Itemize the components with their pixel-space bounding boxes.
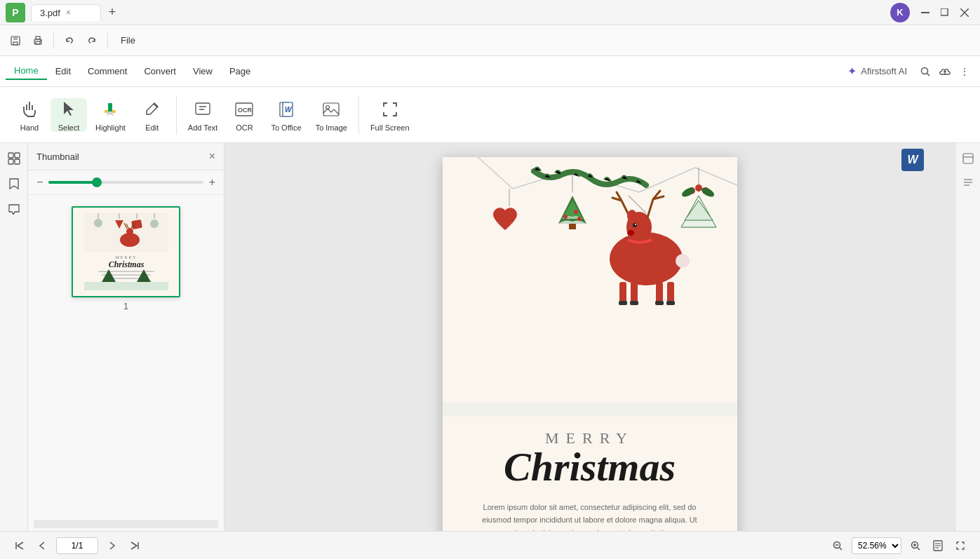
- search-button[interactable]: [915, 62, 935, 81]
- ribbon-toolbar: Hand Select Highlight Edit Add Text OCR …: [0, 87, 980, 143]
- svg-rect-18: [196, 103, 210, 114]
- menu-comment[interactable]: Comment: [79, 63, 135, 79]
- menu-page[interactable]: Page: [221, 63, 259, 79]
- file-menu-button[interactable]: File: [114, 32, 142, 48]
- menu-view[interactable]: View: [184, 63, 221, 79]
- thumbnail-zoom-control: − +: [28, 170, 224, 195]
- thumbnail-zoom-out[interactable]: −: [36, 176, 43, 189]
- edit-icon: [141, 98, 163, 121]
- svg-text:Christmas: Christmas: [108, 260, 144, 269]
- pdf-top-image: [443, 157, 737, 417]
- thumbnail-scrollbar[interactable]: [34, 520, 218, 528]
- add-text-tool[interactable]: Add Text: [182, 98, 224, 132]
- toolbar-separator-2: [107, 32, 108, 49]
- ai-button[interactable]: ✦ Afirstsoft AI: [839, 62, 915, 81]
- svg-point-62: [563, 215, 568, 219]
- thumbnail-zoom-slider[interactable]: [48, 181, 203, 184]
- new-tab-button[interactable]: +: [104, 4, 121, 21]
- svg-rect-89: [443, 403, 737, 417]
- toolbar-separator: [53, 32, 54, 49]
- svg-rect-0: [921, 12, 929, 13]
- svg-rect-73: [631, 282, 638, 303]
- right-sidebar: [955, 143, 980, 531]
- save-button[interactable]: [6, 31, 25, 50]
- pdf-page-content: MERRY Christmas Lorem ipsum dolor sit am…: [443, 157, 737, 531]
- ocr-tool[interactable]: OCR OCR: [226, 98, 262, 132]
- close-window-button[interactable]: [955, 3, 974, 22]
- comment-panel-toggle[interactable]: [4, 199, 24, 219]
- document-tab[interactable]: 3.pdf ×: [31, 4, 101, 21]
- page-number-1: 1: [123, 302, 128, 311]
- svg-rect-77: [630, 301, 638, 305]
- main-content: Thumbnail × − +: [0, 143, 980, 531]
- page-thumbnail-1[interactable]: MERRY Christmas 1: [72, 206, 180, 311]
- ribbon-separator-2: [358, 95, 359, 135]
- menu-convert[interactable]: Convert: [135, 63, 184, 79]
- zoom-in-button[interactable]: [907, 537, 924, 554]
- svg-rect-30: [8, 159, 13, 164]
- fullscreen-tool[interactable]: Full Screen: [365, 98, 415, 132]
- to-office-tool[interactable]: W To Office: [265, 98, 307, 132]
- page-view-button[interactable]: [929, 537, 946, 554]
- menu-home[interactable]: Home: [6, 62, 47, 80]
- tab-filename: 3.pdf: [40, 8, 60, 18]
- left-sidebar-icons: [0, 143, 28, 531]
- right-panel-icon-1[interactable]: [958, 149, 978, 168]
- next-page-button[interactable]: [104, 537, 121, 554]
- svg-rect-45: [98, 271, 154, 272]
- page-number-input[interactable]: [56, 537, 98, 554]
- thumbnail-close-button[interactable]: ×: [209, 150, 215, 163]
- ribbon-separator-1: [176, 95, 177, 135]
- select-tool[interactable]: Select: [51, 98, 87, 132]
- svg-point-85: [695, 184, 702, 191]
- hand-tool[interactable]: Hand: [11, 98, 48, 132]
- first-page-button[interactable]: [11, 537, 28, 554]
- redo-button[interactable]: [82, 31, 102, 50]
- thumbnail-zoom-in[interactable]: +: [209, 176, 215, 189]
- menubar: Home Edit Comment Convert View Page ✦ Af…: [0, 56, 980, 87]
- to-office-label: To Office: [271, 123, 301, 132]
- christmas-heading: Christmas: [504, 445, 676, 490]
- svg-point-64: [577, 217, 582, 221]
- svg-rect-79: [666, 301, 675, 305]
- tab-close-button[interactable]: ×: [66, 8, 71, 18]
- thumbnail-panel-toggle[interactable]: [4, 149, 24, 168]
- svg-text:W: W: [285, 106, 293, 114]
- word-icon: W: [901, 149, 924, 171]
- zoom-thumb[interactable]: [92, 177, 102, 187]
- svg-point-10: [40, 40, 41, 41]
- to-office-icon: W: [275, 98, 297, 121]
- bookmark-panel-toggle[interactable]: [4, 174, 24, 194]
- svg-point-70: [635, 224, 636, 225]
- print-button[interactable]: [28, 31, 48, 50]
- pdf-viewer[interactable]: W: [224, 143, 955, 531]
- svg-rect-48: [84, 282, 168, 290]
- to-image-tool[interactable]: To Image: [310, 98, 353, 132]
- word-export-badge[interactable]: W: [901, 149, 924, 171]
- fit-screen-button[interactable]: [952, 537, 969, 554]
- menu-edit[interactable]: Edit: [47, 63, 79, 79]
- minimize-button[interactable]: [915, 3, 935, 22]
- svg-line-12: [927, 73, 930, 76]
- svg-rect-74: [656, 282, 663, 303]
- edit-tool[interactable]: Edit: [134, 98, 170, 132]
- svg-rect-76: [619, 301, 627, 305]
- cloud-sync-button[interactable]: [935, 62, 955, 81]
- zoom-out-button[interactable]: [829, 537, 846, 554]
- ai-label: Afirstsoft AI: [861, 66, 907, 76]
- restore-button[interactable]: [935, 3, 955, 22]
- thumbnail-panel-header: Thumbnail ×: [28, 143, 224, 170]
- undo-button[interactable]: [60, 31, 79, 50]
- more-options-button[interactable]: ⋮: [955, 62, 974, 81]
- right-panel-icon-2[interactable]: [958, 173, 978, 192]
- last-page-button[interactable]: [126, 537, 143, 554]
- zoom-level-select[interactable]: 52.56% 25% 50% 75% 100% 125% 150% 200%: [852, 537, 901, 554]
- prev-page-button[interactable]: [34, 537, 51, 554]
- thumbnail-content: MERRY Christmas 1: [28, 195, 224, 517]
- svg-rect-1: [941, 8, 948, 15]
- svg-line-129: [840, 547, 843, 550]
- svg-rect-26: [323, 103, 339, 116]
- highlight-tool[interactable]: Highlight: [90, 98, 131, 132]
- svg-point-71: [627, 230, 634, 236]
- svg-point-69: [633, 223, 637, 227]
